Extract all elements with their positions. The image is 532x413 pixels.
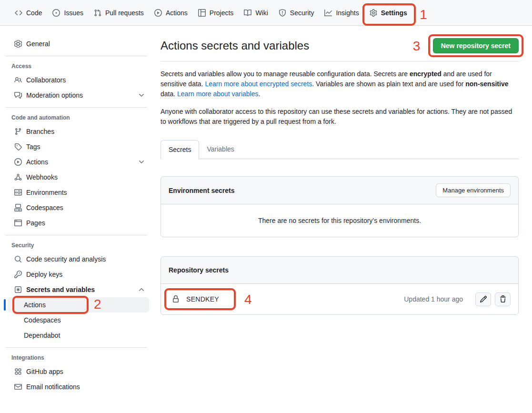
sidebar-item-pages[interactable]: Pages — [8, 215, 149, 231]
sidebar-item-label: Codespaces — [24, 316, 61, 324]
sidebar-item-codespaces[interactable]: Codespaces — [8, 200, 149, 215]
tab-security[interactable]: Security — [273, 0, 320, 25]
secret-row-sendkey: SENDKEY Updated 1 hour ago 4 — [161, 284, 518, 314]
sidebar-item-collaborators[interactable]: Collaborators — [8, 72, 149, 88]
tab-settings[interactable]: Settings 1 — [364, 0, 412, 25]
delete-secret-button[interactable] — [495, 292, 511, 306]
sidebar-item-label: Branches — [26, 128, 54, 135]
sidebar-section-access: Access — [11, 63, 153, 70]
sidebar-divider — [6, 56, 147, 56]
tab-code[interactable]: Code — [10, 0, 47, 25]
sidebar-item-github-apps[interactable]: GitHub apps — [8, 364, 149, 379]
tab-wiki[interactable]: Wiki — [239, 0, 273, 25]
tab-projects-label: Projects — [210, 9, 234, 17]
manage-environments-button[interactable]: Manage environments — [436, 183, 511, 197]
secret-name: SENDKEY — [186, 295, 219, 303]
sidebar-item-environments[interactable]: Environments — [8, 185, 149, 200]
comment-discussion-icon — [14, 91, 22, 99]
sidebar-item-label: General — [26, 40, 50, 48]
chevron-down-icon — [138, 91, 145, 99]
sidebar-item-email-notifications[interactable]: Email notifications — [8, 379, 149, 394]
gear-icon — [14, 40, 22, 48]
tab-variables[interactable]: Variables — [199, 140, 241, 159]
tab-insights-label: Insights — [336, 9, 359, 17]
codespaces-icon — [14, 204, 22, 212]
desc-text: . — [258, 90, 260, 98]
branch-icon — [14, 128, 22, 135]
sidebar-item-secrets-and-variables[interactable]: Secrets and variables — [8, 282, 149, 297]
tab-pull-requests[interactable]: Pull requests — [89, 0, 149, 25]
mail-icon — [14, 383, 22, 391]
sidebar-item-branches[interactable]: Branches — [8, 124, 149, 139]
code-icon — [15, 9, 22, 17]
link-variables[interactable]: Learn more about variables — [177, 90, 258, 98]
sidebar-item-webhooks[interactable]: Webhooks — [8, 170, 149, 185]
edit-secret-button[interactable] — [475, 292, 491, 306]
tab-secrets[interactable]: Secrets — [161, 140, 199, 159]
repository-secrets-box: Repository secrets SENDKEY Updated 1 hou… — [161, 256, 519, 315]
sidebar-section-security: Security — [11, 242, 153, 249]
annotation-number-4: 4 — [244, 293, 252, 306]
sidebar-item-deploy-keys[interactable]: Deploy keys — [8, 267, 149, 282]
sidebar-item-moderation-options[interactable]: Moderation options — [8, 88, 149, 103]
page-title: Actions secrets and variables — [161, 38, 309, 53]
sidebar-item-label: Email notifications — [26, 383, 80, 391]
sidebar-item-label: GitHub apps — [26, 368, 63, 375]
sidebar-item-code-security[interactable]: Code security and analysis — [8, 252, 149, 267]
sidebar-item-label: Moderation options — [26, 91, 133, 99]
annotation-number-3: 3 — [413, 40, 421, 53]
environment-secrets-box: Environment secrets Manage environments … — [161, 176, 519, 237]
desc-text: . Variables are shown as plain text and … — [312, 80, 465, 88]
annotation-number-2: 2 — [94, 298, 101, 311]
sidebar-divider — [6, 347, 147, 348]
active-tab-underline — [369, 24, 408, 25]
play-icon — [14, 158, 22, 166]
book-icon — [244, 9, 251, 17]
graph-icon — [324, 9, 332, 17]
sidebar-subitem-codespaces-secrets[interactable]: Codespaces — [8, 312, 149, 328]
tab-issues[interactable]: Issues — [47, 0, 88, 25]
settings-sidebar: General Access Collaborators Moderation … — [0, 26, 153, 394]
codescan-icon — [14, 255, 22, 263]
sidebar-item-actions[interactable]: Actions — [8, 154, 149, 170]
link-encrypted-secrets[interactable]: Learn more about encrypted secrets — [205, 80, 312, 88]
key-asterisk-icon — [14, 286, 22, 293]
trash-icon — [499, 295, 507, 303]
sidebar-item-label: Secrets and variables — [26, 286, 133, 293]
play-icon — [154, 9, 162, 17]
environment-secrets-title: Environment secrets — [169, 187, 235, 194]
key-icon — [14, 271, 22, 278]
github-repo-settings-page: Code Issues Pull requests Actions Projec… — [0, 0, 532, 413]
table-icon — [198, 9, 206, 17]
people-icon — [14, 76, 22, 84]
description-paragraph-1: Secrets and variables allow you to manag… — [161, 69, 519, 99]
tab-security-label: Security — [290, 9, 314, 17]
chevron-up-icon — [138, 286, 145, 293]
sidebar-divider — [6, 235, 147, 235]
browser-icon — [14, 219, 22, 227]
sidebar-item-label: Actions — [26, 158, 133, 166]
sidebar-item-label: Actions — [24, 301, 46, 309]
sidebar-item-label: Dependabot — [24, 332, 60, 339]
description-paragraph-2: Anyone with collaborator access to this … — [161, 107, 519, 127]
sidebar-subitem-dependabot-secrets[interactable]: Dependabot — [8, 328, 149, 343]
environment-secrets-empty-state: There are no secrets for this repository… — [161, 204, 518, 237]
sidebar-item-label: Deploy keys — [26, 271, 62, 278]
sidebar-item-label: Pages — [26, 219, 45, 227]
server-icon — [14, 189, 22, 196]
tab-wiki-label: Wiki — [255, 9, 268, 17]
sidebar-subitem-actions-secrets[interactable]: Actions 2 — [8, 297, 149, 312]
sidebar-item-tags[interactable]: Tags — [8, 139, 149, 154]
tab-actions[interactable]: Actions — [149, 0, 193, 25]
sidebar-section-integrations: Integrations — [11, 354, 153, 361]
tab-insights[interactable]: Insights — [319, 0, 364, 25]
tab-projects[interactable]: Projects — [193, 0, 239, 25]
apps-icon — [14, 368, 22, 375]
tab-pull-requests-label: Pull requests — [105, 9, 144, 17]
desc-bold-non-sensitive: non-sensitive — [465, 80, 508, 88]
desc-text: Secrets and variables allow you to manag… — [161, 70, 410, 78]
sidebar-item-general[interactable]: General — [8, 36, 149, 51]
tab-actions-label: Actions — [166, 9, 188, 17]
new-repository-secret-button[interactable]: New repository secret — [433, 38, 519, 53]
pencil-icon — [480, 295, 487, 303]
